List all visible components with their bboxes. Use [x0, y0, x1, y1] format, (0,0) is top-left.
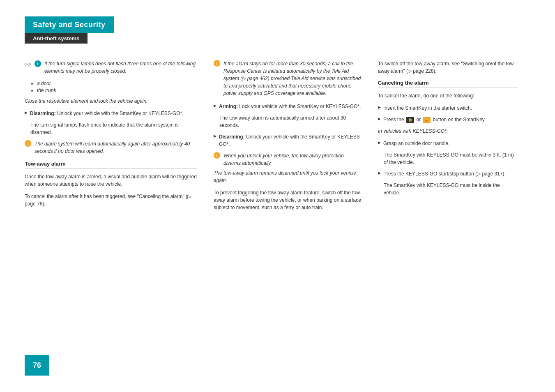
triangle-bullet-4: ▶: [378, 105, 381, 109]
double-arrow-icon: ▷▷: [25, 62, 31, 66]
prevent-para: To prevent triggering the tow-away alarm…: [214, 189, 362, 211]
bullet-item-1: a door: [37, 81, 197, 86]
content-area: ▷▷ i If the turn signal lamps does not f…: [25, 60, 530, 216]
action-1: ▶ Insert the SmartKey in the starter swi…: [378, 104, 518, 112]
header-section: Safety and Security Anti-theft systems: [25, 16, 530, 56]
info-icon-mid-2: i: [214, 152, 220, 159]
disarming-content-left: Unlock your vehicle with the SmartKey or…: [57, 111, 183, 116]
note-text-mid-1: If the alarm stays on for more than 30 s…: [223, 60, 362, 97]
action-4-sub: The SmartKey with KEYLESS-GO must be ins…: [384, 182, 518, 196]
disarming-sub-left: The turn signal lamps flash once to indi…: [30, 121, 197, 136]
arming-sub: The tow-away alarm is automatically arme…: [219, 114, 362, 129]
triangle-bullet-7: ▶: [378, 171, 381, 175]
action-3-text: Grasp an outside door handle.: [383, 140, 449, 147]
arming-label: Arming:: [219, 104, 238, 109]
right-column: To switch off the tow-away alarm, see "S…: [378, 60, 518, 216]
page-number: 76: [33, 361, 41, 370]
note-text-mid-2: When you unlock your vehicle, the tow-aw…: [223, 152, 362, 167]
triangle-bullet-5: ▶: [378, 117, 381, 121]
action-2-pre: Press the: [383, 117, 404, 122]
disarming-action-left: ▶ Disarming: Unlock your vehicle with th…: [25, 110, 197, 117]
action-4: ▶ Press the KEYLESS-GO start/stop button…: [378, 170, 518, 178]
left-column: ▷▷ i If the turn signal lamps does not f…: [25, 60, 197, 216]
action-4-text: Press the KEYLESS-GO start/stop button (…: [383, 170, 506, 178]
subheader-bar: Anti-theft systems: [25, 33, 88, 44]
action-2-text: Press the 🔒 or 🔓 button on the SmartKey.: [383, 116, 486, 123]
disarming-text-mid: Disarming: Unlock your vehicle with the …: [219, 133, 362, 148]
note-icon-container-1: ▷▷ i: [25, 60, 41, 67]
triangle-bullet-6: ▶: [378, 141, 381, 145]
bullet-item-2: the trunk: [37, 88, 197, 93]
arming-content: Lock your vehicle with the SmartKey or K…: [239, 104, 361, 109]
close-text: Close the respective element and lock th…: [25, 97, 197, 105]
tow-away-heading: Tow-away alarm: [25, 161, 197, 169]
info-icon-2: i: [25, 140, 31, 147]
keyless-go-heading: In vehicles with KEYLESS-GO*:: [378, 127, 518, 135]
info-icon-1: i: [35, 60, 41, 67]
note-block-mid-1: i If the alarm stays on for more than 30…: [214, 60, 362, 97]
arming-action: ▶ Arming: Lock your vehicle with the Sma…: [214, 103, 362, 110]
disarming-label-left: Disarming:: [30, 111, 56, 116]
arming-text: Arming: Lock your vehicle with the Smart…: [219, 103, 361, 110]
page-title: Safety and Security: [33, 21, 106, 29]
smartkey-btn-unlock: 🔓: [423, 117, 431, 123]
subheader-title: Anti-theft systems: [33, 35, 79, 42]
note-text-2: The alarm system will rearm automaticall…: [35, 140, 197, 155]
note-text-1: If the turn signal lamps does not flash …: [44, 60, 197, 75]
triangle-bullet-3: ▶: [214, 134, 216, 138]
canceling-heading: Canceling the alarm: [378, 80, 518, 88]
bullet-list: a door the trunk: [37, 81, 197, 93]
action-2: ▶ Press the 🔒 or 🔓 button on the SmartKe…: [378, 116, 518, 123]
disarming-action-mid: ▶ Disarming: Unlock your vehicle with th…: [214, 133, 362, 148]
note-block-1: ▷▷ i If the turn signal lamps does not f…: [25, 60, 197, 75]
info-icon-mid-1: i: [214, 60, 220, 67]
middle-column: i If the alarm stays on for more than 30…: [214, 60, 362, 216]
tow-para-1: Once the tow-away alarm is armed, a visu…: [25, 173, 197, 188]
tow-para-2: To cancel the alarm after it has been tr…: [25, 193, 197, 208]
page-container: Safety and Security Anti-theft systems ▷…: [0, 0, 555, 392]
cancel-intro: To cancel the alarm, do one of the follo…: [378, 92, 518, 99]
note-block-2: i The alarm system will rearm automatica…: [25, 140, 197, 155]
switch-off-text: To switch off the tow-away alarm, see "S…: [378, 60, 518, 75]
action-2-post: button on the SmartKey.: [433, 117, 486, 122]
disarming-label-mid: Disarming:: [219, 134, 245, 140]
action-2-or: or: [416, 117, 421, 122]
page-number-box: 76: [25, 355, 49, 376]
triangle-bullet-1: ▶: [25, 111, 28, 115]
action-1-text: Insert the SmartKey in the starter switc…: [383, 104, 472, 112]
disarming-text-left: Disarming: Unlock your vehicle with the …: [30, 110, 183, 117]
header-box: Safety and Security: [25, 16, 114, 33]
action-3-sub: The SmartKey with KEYLESS-GO must be wit…: [384, 151, 518, 166]
smartkey-btn-lock: 🔒: [406, 117, 414, 123]
note-block-mid-2: i When you unlock your vehicle, the tow-…: [214, 152, 362, 167]
triangle-bullet-2: ▶: [214, 104, 216, 108]
note2-sub: The tow-away alarm remains disarmed unti…: [214, 169, 362, 184]
action-3: ▶ Grasp an outside door handle.: [378, 140, 518, 147]
